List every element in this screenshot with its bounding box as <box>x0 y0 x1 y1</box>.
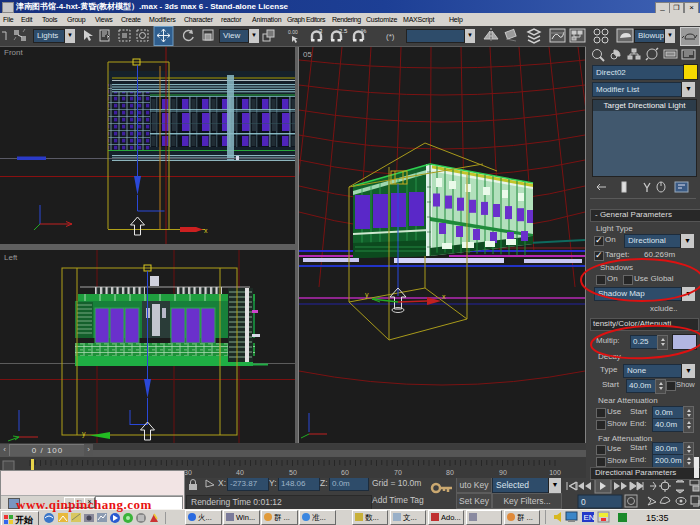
svg-text:3: 3 <box>319 28 323 34</box>
svg-text:40: 40 <box>236 469 244 476</box>
svg-text:90: 90 <box>499 469 507 476</box>
svg-text:70: 70 <box>394 469 402 476</box>
svg-text:100: 100 <box>549 469 561 476</box>
svg-text:x: x <box>204 227 208 234</box>
svg-text:60: 60 <box>341 469 349 476</box>
svg-text:Front: Front <box>4 48 23 57</box>
svg-text:50: 50 <box>289 469 297 476</box>
svg-text:05: 05 <box>303 50 312 59</box>
svg-text:(*): (*) <box>386 32 395 41</box>
svg-text:15:35: 15:35 <box>646 513 669 523</box>
svg-text:30: 30 <box>184 469 192 476</box>
svg-text:y: y <box>365 291 369 299</box>
svg-text:EN: EN <box>584 513 595 522</box>
svg-text:80: 80 <box>446 469 454 476</box>
svg-text:y: y <box>82 430 86 438</box>
svg-text:0.00: 0.00 <box>288 29 298 35</box>
svg-text:Left: Left <box>4 253 18 262</box>
svg-text:2.5: 2.5 <box>339 28 348 34</box>
svg-text:%: % <box>361 28 367 34</box>
svg-text:x: x <box>442 293 446 300</box>
svg-text:0: 0 <box>581 497 586 507</box>
